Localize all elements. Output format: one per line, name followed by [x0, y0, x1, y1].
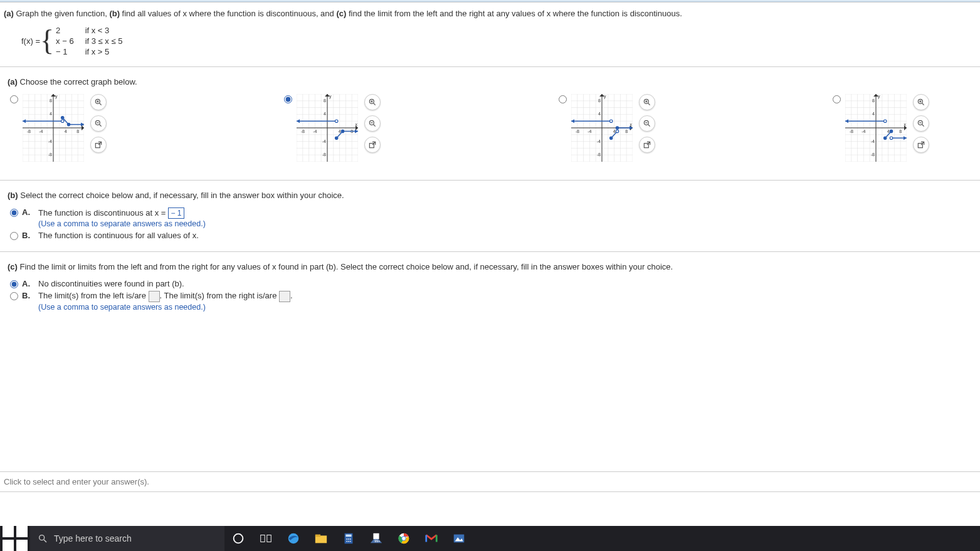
svg-rect-222 — [267, 535, 271, 542]
partc-b-right-input[interactable] — [279, 291, 290, 302]
zoom-in-icon[interactable] — [639, 94, 655, 110]
partc-choice-a[interactable]: A. No discontinuities were found in part… — [10, 279, 970, 288]
stem-c-label: (c) — [336, 9, 346, 18]
svg-rect-216 — [3, 540, 14, 551]
calculator-icon[interactable] — [335, 526, 362, 551]
chrome-icon[interactable] — [390, 526, 418, 551]
graph-option-4[interactable]: -8-448-8-448yx — [833, 94, 970, 164]
graph-plot-1: -8-448-8-448yx — [23, 94, 84, 164]
popout-icon[interactable] — [364, 137, 381, 153]
part-a-prompt: (a) Choose the correct graph below. — [4, 72, 976, 90]
svg-text:-4: -4 — [597, 139, 601, 143]
svg-line-102 — [374, 125, 376, 127]
partc-radio-b[interactable] — [10, 292, 18, 300]
gmail-icon[interactable] — [418, 526, 445, 551]
graph-option-1[interactable]: -8-448-8-448yx — [10, 94, 284, 164]
mail-icon[interactable]: 99+ — [362, 526, 390, 551]
part-a-text: Choose the correct graph below. — [18, 77, 137, 87]
piece1-cond: if x < 3 — [85, 26, 123, 35]
svg-text:-8: -8 — [322, 152, 326, 157]
stem-a-label: (a) — [4, 9, 14, 18]
svg-text:4: 4 — [324, 112, 327, 116]
partb-radio-a[interactable] — [10, 209, 18, 217]
svg-text:y: y — [55, 94, 58, 99]
stem-b-label: (b) — [109, 9, 120, 18]
part-b-text: Select the correct choice below and, if … — [18, 191, 344, 200]
zoom-in-icon[interactable] — [364, 94, 381, 110]
popout-icon[interactable] — [90, 137, 107, 153]
svg-rect-227 — [345, 535, 351, 537]
partc-a-text: No discontinuities were found in part (b… — [38, 279, 184, 288]
svg-rect-234 — [373, 533, 379, 539]
file-explorer-icon[interactable] — [307, 526, 335, 551]
cortana-icon[interactable] — [224, 526, 252, 551]
partc-a-label: A. — [22, 279, 32, 288]
partb-a-label: A. — [22, 207, 32, 217]
taskbar-search[interactable]: Type here to search — [30, 526, 224, 551]
svg-text:-8: -8 — [576, 129, 579, 134]
popout-icon[interactable] — [639, 137, 655, 153]
edge-icon[interactable] — [280, 526, 307, 551]
piece3-val: − 1 — [56, 47, 74, 56]
svg-text:x: x — [904, 122, 907, 127]
partc-b-instr: (Use a comma to separate answers as need… — [38, 303, 206, 312]
popout-icon[interactable] — [913, 137, 929, 153]
stem-b-text: find all values of x where the function … — [120, 9, 336, 18]
part-b-label: (b) — [8, 191, 18, 200]
svg-text:4: 4 — [50, 112, 52, 116]
svg-text:-4: -4 — [48, 139, 52, 143]
graph-radio-2[interactable] — [284, 95, 292, 103]
zoom-out-icon[interactable] — [90, 115, 107, 132]
graph-radio-3[interactable] — [559, 95, 567, 103]
graph-radio-4[interactable] — [833, 95, 841, 103]
partb-choice-a[interactable]: A. The function is discontinuous at x = … — [10, 207, 970, 228]
partb-a-text-pre: The function is discontinuous at x = — [38, 208, 168, 218]
stem-c-text: find the limit from the left and the rig… — [346, 9, 682, 18]
svg-point-200 — [890, 130, 893, 132]
partc-radio-a[interactable] — [10, 280, 18, 288]
partb-b-label: B. — [22, 231, 32, 240]
svg-text:8: 8 — [76, 129, 79, 134]
svg-rect-221 — [261, 535, 265, 542]
partb-a-answer-input[interactable]: − 1 — [168, 207, 184, 219]
svg-rect-225 — [315, 535, 320, 537]
svg-text:x: x — [356, 122, 358, 127]
zoom-out-icon[interactable] — [913, 115, 929, 132]
partc-b-left-input[interactable] — [149, 291, 160, 302]
graph-option-3[interactable]: -8-448-8-448yx — [559, 94, 833, 164]
partc-b-text1: The limit(s) from the left is/are — [38, 291, 149, 300]
svg-line-45 — [100, 103, 102, 105]
graph-radio-1[interactable] — [10, 95, 18, 103]
zoom-out-icon[interactable] — [364, 115, 381, 132]
svg-text:4: 4 — [887, 129, 890, 134]
svg-text:-8: -8 — [27, 129, 31, 134]
svg-point-41 — [61, 116, 64, 118]
svg-point-229 — [348, 538, 349, 540]
zoom-in-icon[interactable] — [90, 94, 107, 110]
photos-icon[interactable] — [445, 526, 473, 551]
start-button[interactable] — [0, 526, 30, 551]
brace-icon: { — [40, 26, 54, 55]
svg-line-98 — [374, 103, 376, 105]
graph-plot-3: -8-448-8-448yx — [571, 94, 633, 164]
svg-text:-8: -8 — [850, 129, 853, 134]
footer-hint: Click to select and enter your answer(s)… — [0, 471, 980, 492]
partc-choice-b[interactable]: B. The limit(s) from the left is/are . T… — [10, 291, 970, 312]
partb-a-instr: (Use a comma to separate answers as need… — [38, 219, 206, 228]
svg-rect-217 — [16, 540, 28, 551]
svg-text:4: 4 — [339, 129, 341, 134]
part-c-prompt: (c) Find the limit or limits from the le… — [4, 257, 976, 275]
svg-text:8: 8 — [900, 129, 902, 134]
taskview-icon[interactable] — [252, 526, 280, 551]
zoom-out-icon[interactable] — [639, 115, 655, 132]
svg-point-220 — [234, 534, 243, 543]
svg-text:-8: -8 — [301, 129, 305, 134]
partb-choice-b[interactable]: B. The function is continuous for all va… — [10, 231, 970, 240]
zoom-in-icon[interactable] — [913, 94, 929, 110]
svg-text:-4: -4 — [862, 129, 866, 134]
svg-point-38 — [61, 120, 64, 122]
svg-text:-4: -4 — [587, 129, 591, 134]
partb-b-text: The function is continuous for all value… — [38, 231, 199, 240]
graph-option-2[interactable]: -8-448-8-448yx — [284, 94, 558, 164]
partb-radio-b[interactable] — [10, 232, 18, 240]
